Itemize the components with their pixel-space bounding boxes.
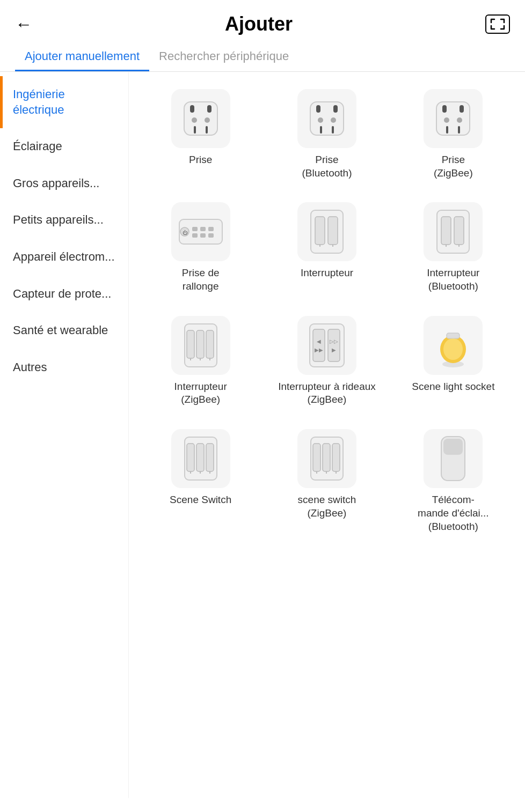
main-layout: Ingénierie électrique Éclairage Gros app… <box>0 72 525 798</box>
device-label-switch: Interrupteur <box>301 267 353 280</box>
tab-add-manually[interactable]: Ajouter manuellement <box>15 44 149 71</box>
svg-rect-68 <box>332 444 340 471</box>
svg-rect-26 <box>208 227 214 231</box>
svg-rect-1 <box>190 105 194 113</box>
svg-rect-2 <box>207 105 212 113</box>
device-label-scene-light: Scene light socket <box>412 380 494 394</box>
svg-rect-31 <box>315 217 325 245</box>
device-label-switch-bt: Interrupteur(Bluetooth) <box>427 267 479 293</box>
svg-rect-27 <box>192 233 198 238</box>
svg-rect-24 <box>192 227 198 231</box>
svg-rect-67 <box>323 444 330 471</box>
sidebar-item-ingenierie[interactable]: Ingénierie électrique <box>0 76 128 128</box>
device-prise[interactable]: Prise <box>140 83 261 187</box>
svg-rect-42 <box>196 330 204 358</box>
device-icon-remote-bt <box>424 429 483 488</box>
tabs-bar: Ajouter manuellement Rechercher périphér… <box>0 44 525 72</box>
device-grid: Prise Prise(Bluetooth) <box>140 78 514 545</box>
device-scene-light-socket[interactable]: Scene light socket <box>392 309 514 414</box>
svg-text:◀: ◀ <box>317 338 321 344</box>
sidebar-item-eclairage[interactable]: Éclairage <box>0 128 128 165</box>
svg-rect-41 <box>187 330 194 358</box>
svg-rect-73 <box>443 439 463 455</box>
svg-rect-16 <box>460 105 464 113</box>
svg-rect-37 <box>454 217 464 245</box>
svg-point-12 <box>318 117 323 123</box>
device-icon-socket <box>171 89 230 148</box>
sidebar-item-sante[interactable]: Santé et wearable <box>0 312 128 349</box>
device-label-remote-bt: Télécom-mande d'éclai...(Bluetooth) <box>418 493 488 533</box>
device-icon-scene-switch <box>171 429 230 488</box>
device-label-prise-zb: Prise(ZigBee) <box>434 153 473 180</box>
svg-rect-61 <box>206 444 214 471</box>
sidebar-item-gros-appareils[interactable]: Gros appareils... <box>0 165 128 202</box>
device-icon-power-strip: ⏻ <box>171 202 230 261</box>
sidebar: Ingénierie électrique Éclairage Gros app… <box>0 72 129 798</box>
svg-rect-8 <box>316 105 320 113</box>
back-button[interactable]: ← <box>15 14 32 34</box>
device-scene-switch-zb[interactable]: scene switch(ZigBee) <box>266 423 388 541</box>
svg-point-5 <box>192 117 197 123</box>
svg-point-13 <box>331 117 336 123</box>
device-icon-scene-switch-zb <box>297 429 356 488</box>
svg-rect-15 <box>442 105 447 113</box>
svg-text:⏻: ⏻ <box>182 230 187 235</box>
device-switch-bt[interactable]: Interrupteur(Bluetooth) <box>392 196 514 300</box>
svg-rect-56 <box>447 333 460 338</box>
device-content: Prise Prise(Bluetooth) <box>129 72 525 798</box>
svg-rect-29 <box>208 233 214 238</box>
device-switch-zb[interactable]: Interrupteur(ZigBee) <box>140 309 261 414</box>
tab-search-device[interactable]: Rechercher périphérique <box>149 44 298 71</box>
svg-rect-7 <box>310 102 344 135</box>
svg-point-19 <box>444 117 449 123</box>
svg-rect-0 <box>184 102 217 135</box>
device-prise-bt[interactable]: Prise(Bluetooth) <box>266 83 388 187</box>
svg-rect-49 <box>328 329 340 361</box>
svg-rect-9 <box>333 105 338 113</box>
svg-rect-36 <box>441 217 451 245</box>
svg-point-20 <box>457 117 462 123</box>
device-icon-scene-light <box>424 316 483 375</box>
svg-point-57 <box>443 338 463 360</box>
svg-rect-66 <box>313 444 320 471</box>
device-switch[interactable]: Interrupteur <box>266 196 388 300</box>
device-label-scene-switch-zb: scene switch(ZigBee) <box>298 493 356 520</box>
svg-rect-48 <box>313 329 325 361</box>
device-power-strip[interactable]: ⏻ Prise derallonge <box>140 196 261 300</box>
svg-text:▶▶: ▶▶ <box>315 347 323 353</box>
svg-rect-43 <box>206 330 214 358</box>
device-icon-switch-zb <box>171 316 230 375</box>
sidebar-item-petits-appareils[interactable]: Petits appareils... <box>0 202 128 239</box>
device-label-switch-zb: Interrupteur(ZigBee) <box>174 380 227 407</box>
device-icon-switch <box>297 202 356 261</box>
device-label-scene-switch: Scene Switch <box>170 493 231 507</box>
svg-point-6 <box>205 117 210 123</box>
sidebar-item-appareil-electrom[interactable]: Appareil électrom... <box>0 239 128 276</box>
device-remote-bt[interactable]: Télécom-mande d'éclai...(Bluetooth) <box>392 423 514 541</box>
device-label-power-strip: Prise derallonge <box>182 267 220 293</box>
scan-frame-icon[interactable] <box>485 14 510 34</box>
header: ← Ajouter <box>0 0 525 44</box>
svg-text:▶: ▶ <box>332 347 336 353</box>
sidebar-item-capteur[interactable]: Capteur de prote... <box>0 276 128 313</box>
device-prise-zigbee[interactable]: Prise(ZigBee) <box>392 83 514 187</box>
device-label-prise: Prise <box>189 153 212 167</box>
page-title: Ajouter <box>225 13 293 35</box>
device-icon-socket-bt <box>297 89 356 148</box>
svg-rect-60 <box>196 444 204 471</box>
device-icon-switch-bt <box>424 202 483 261</box>
device-curtain-switch[interactable]: ◀ ▶▶ ▷▷ ▶ Interrupteur à rideaux(ZigBee) <box>266 309 388 414</box>
svg-rect-32 <box>328 217 338 245</box>
device-label-curtain-switch: Interrupteur à rideaux(ZigBee) <box>278 380 376 407</box>
svg-text:▷▷: ▷▷ <box>330 338 338 344</box>
device-scene-switch[interactable]: Scene Switch <box>140 423 261 541</box>
svg-rect-28 <box>200 233 206 238</box>
svg-rect-14 <box>436 102 470 135</box>
device-label-prise-bt: Prise(Bluetooth) <box>302 153 352 180</box>
svg-rect-25 <box>200 227 206 231</box>
device-icon-socket-zb <box>424 89 483 148</box>
svg-rect-59 <box>187 444 194 471</box>
device-icon-curtain-switch: ◀ ▶▶ ▷▷ ▶ <box>297 316 356 375</box>
sidebar-item-autres[interactable]: Autres <box>0 349 128 386</box>
